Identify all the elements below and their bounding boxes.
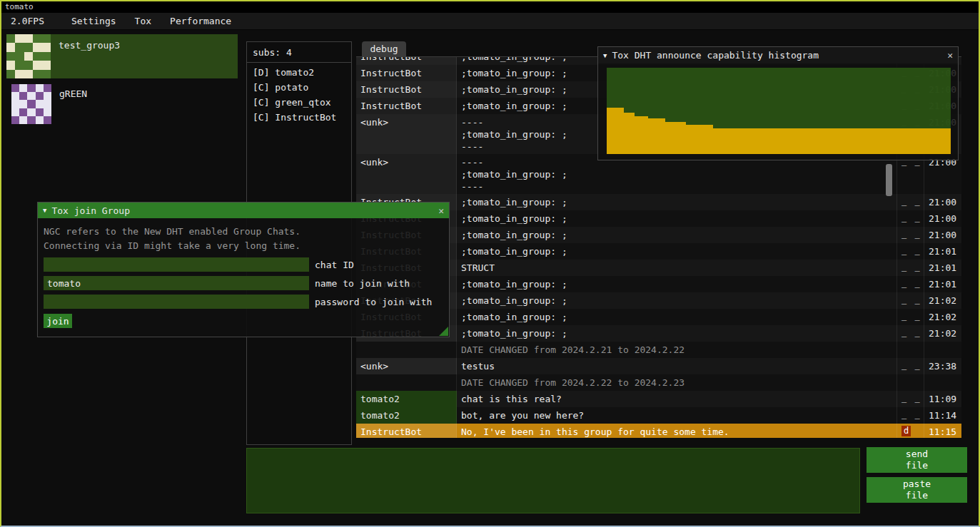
message-sender: InstructBot [356, 98, 457, 114]
message-line: bot, are you new here? [461, 409, 892, 421]
dht-histogram-title: Tox DHT announce capability histogram [612, 50, 819, 61]
message-status: _ _ [897, 391, 924, 407]
histogram-bar [624, 113, 634, 154]
avatar-pixel [33, 70, 41, 78]
message-text: ;tomato_in_group: ; [457, 276, 897, 292]
avatar-pixel [27, 92, 35, 100]
message-sender [356, 342, 457, 358]
message-status [897, 342, 924, 358]
avatar-pixel [19, 116, 27, 124]
date-changed-row[interactable]: DATE CHANGED from 2024.2.21 to 2024.2.22 [356, 342, 961, 358]
join-password-input[interactable] [44, 295, 309, 309]
join-group-body: NGC refers to the New DHT enabled Group … [38, 218, 449, 337]
collapse-arrow-icon[interactable]: ▼ [603, 52, 607, 59]
join-password-label: password to join with [315, 297, 432, 307]
message-sender: <unk> [356, 154, 457, 194]
message-time: 21:01 [924, 260, 961, 276]
chat-row[interactable]: tomato2chat is this real?_ _11:09 [356, 391, 961, 407]
subs-item[interactable]: [D] tomato2 [247, 65, 351, 80]
collapse-arrow-icon[interactable]: ▼ [43, 207, 46, 214]
message-input[interactable] [246, 448, 860, 513]
message-line: ;tomato_in_group: ; [461, 327, 892, 339]
join-name-label: name to join with [315, 278, 410, 289]
avatar-pixel [27, 84, 35, 92]
message-line: ;tomato_in_group: ; [461, 278, 892, 290]
message-text: ;tomato_in_group: ; [457, 210, 897, 227]
resize-grip-icon[interactable] [439, 327, 448, 336]
message-line: ;tomato_in_group: ; [461, 168, 892, 180]
message-status: _ _ [897, 260, 924, 276]
avatar-pixel [24, 52, 33, 61]
message-status: d [897, 424, 924, 438]
message-line: ---- [461, 180, 892, 193]
message-sender: tomato2 [356, 407, 457, 424]
join-button[interactable]: join [44, 314, 72, 328]
avatar-pixel [24, 34, 33, 43]
message-sender: InstructBot [356, 424, 457, 438]
avatar-pixel [44, 100, 51, 108]
tab-debug[interactable]: debug [362, 41, 406, 57]
message-text: DATE CHANGED from 2024.2.21 to 2024.2.22 [457, 342, 897, 358]
message-time [924, 374, 961, 391]
chat-scrollbar-thumb[interactable] [886, 164, 892, 196]
avatar-pixel [33, 34, 41, 43]
message-text: bot, are you new here? [457, 407, 897, 424]
avatar-pixel [42, 52, 51, 61]
subs-list: [D] tomato2[C] potato[C] green_qtox[C] I… [247, 63, 351, 125]
window-title: tomato [1, 1, 979, 13]
paste-file-button[interactable]: paste file [867, 477, 967, 503]
message-line: No, I've been in this group for quite so… [461, 426, 892, 438]
subs-item[interactable]: [C] green_qtox [247, 95, 351, 110]
menu-item-settings[interactable]: Settings [62, 13, 126, 29]
avatar-pixel [6, 61, 15, 69]
message-status: _ _ [897, 292, 924, 309]
subs-item[interactable]: [C] potato [247, 80, 351, 95]
message-text: No, I've been in this group for quite so… [457, 424, 897, 438]
send-file-button[interactable]: send file [867, 447, 967, 473]
menu-item-2-0fps[interactable]: 2.0FPS [1, 13, 54, 29]
avatar-pixel [11, 92, 19, 100]
avatar-pixel [19, 92, 27, 100]
avatar-pixel [33, 43, 41, 51]
join-name-input[interactable] [44, 276, 309, 290]
group-item-gREEN[interactable]: gREEN [6, 83, 238, 127]
message-line: STRUCT [461, 262, 892, 274]
message-status: _ _ [897, 227, 924, 243]
message-time: 11:15 [924, 424, 961, 438]
message-sender: <unk> [356, 358, 457, 374]
message-time: 11:14 [924, 407, 961, 424]
chat-row[interactable]: <unk>testus_ _23:38 [356, 358, 961, 374]
chat-id-input[interactable] [44, 257, 309, 272]
avatar-pixel [27, 116, 35, 124]
avatar-pixel [36, 100, 44, 108]
avatar-pixel [33, 52, 41, 61]
menu-item-tox[interactable]: Tox [126, 13, 161, 29]
message-status: _ _ [897, 407, 924, 424]
message-line: ;tomato_in_group: ; [461, 295, 892, 307]
chat-row[interactable]: InstructBotNo, I've been in this group f… [356, 424, 961, 438]
join-group-titlebar[interactable]: ▼ Tox join Group ✕ [38, 203, 449, 218]
group-item-test_group3[interactable]: test_group3 [6, 34, 238, 78]
close-icon[interactable]: ✕ [438, 205, 444, 216]
message-text: testus [457, 358, 897, 374]
message-line: ;tomato_in_group: ; [461, 245, 892, 257]
message-text: chat is this real? [457, 391, 897, 407]
dht-histogram-titlebar[interactable]: ▼ Tox DHT announce capability histogram … [598, 47, 958, 63]
dht-histogram-window: ▼ Tox DHT announce capability histogram … [597, 46, 959, 160]
date-changed-row[interactable]: DATE CHANGED from 2024.2.22 to 2024.2.23 [356, 374, 961, 391]
message-status [897, 374, 924, 391]
message-text: ;tomato_in_group: ; [457, 194, 897, 210]
avatar-pixel [15, 43, 24, 51]
chat-row[interactable]: tomato2bot, are you new here?_ _11:14 [356, 407, 961, 424]
group-name: gREEN [51, 83, 87, 127]
subs-item[interactable]: [C] InstructBot [247, 110, 351, 125]
message-time: 11:09 [924, 391, 961, 407]
message-line: ;tomato_in_group: ; [461, 229, 892, 241]
close-icon[interactable]: ✕ [947, 50, 953, 61]
avatar-pixel [42, 34, 51, 43]
receipt-badge: d [901, 426, 911, 436]
join-group-title: Tox join Group [51, 205, 130, 216]
menu-item-performance[interactable]: Performance [161, 13, 241, 29]
avatar-pixel [15, 61, 24, 69]
avatar-pixel [19, 108, 27, 116]
